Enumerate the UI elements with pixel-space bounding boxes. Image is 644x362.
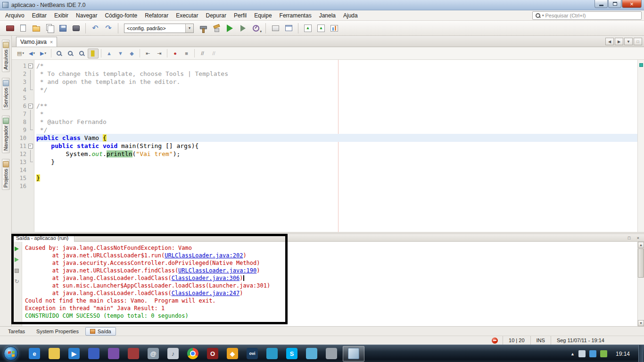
bottom-tab-system-properties[interactable]: System Properties [32,327,83,336]
gutter-row[interactable]: 5 [12,94,34,102]
taskbar-app-blue[interactable] [84,345,104,362]
scroll-up-icon[interactable]: ▲ [638,242,644,248]
next-bookmark-button[interactable]: ▼ [115,49,126,58]
tray-network-icon[interactable] [589,350,596,357]
gutter-row[interactable]: 9 [12,126,34,134]
code-area[interactable]: /* * To change this template, choose Too… [34,60,637,232]
gutter-row[interactable]: 15 [12,174,34,182]
source-history-button[interactable]: ▤▾ [15,49,26,58]
find-previous-button[interactable] [65,49,76,58]
bottom-tab-tarefas[interactable]: Tarefas [3,327,30,336]
start-button[interactable] [4,346,18,361]
rerun-button[interactable] [13,245,21,253]
output-text[interactable]: Caused by: java.lang.ClassNotFoundExcept… [22,242,637,326]
palette-button[interactable] [70,22,82,34]
taskbar-ie[interactable]: e [25,345,44,362]
taskbar-app-purple[interactable] [104,345,124,362]
taskbar-ovi[interactable]: ovi [242,345,262,362]
taskbar-netbeans[interactable] [343,346,364,362]
stacktrace-link[interactable]: URLClassLoader.java:202 [165,252,243,259]
gutter-row[interactable]: 14 [12,166,34,174]
save-all-button[interactable] [57,22,69,34]
gutter-row[interactable]: 1 [12,62,34,70]
close-output-button[interactable]: × [635,235,642,241]
sidebar-tab-servicos[interactable]: Serviços [2,78,10,110]
menu-refatorar[interactable]: Refatorar [141,11,172,20]
profile-project-button[interactable]: ▾ [250,22,262,34]
sidebar-tab-arquivos[interactable]: Arquivos [2,40,10,72]
show-desktop-button[interactable] [638,345,644,362]
stacktrace-link[interactable]: URLClassLoader.java:190 [178,267,256,274]
shift-right-button[interactable]: ⇥ [154,49,165,58]
gutter-row[interactable]: 2 [12,70,34,78]
new-window-button[interactable] [282,22,295,34]
menu-janela[interactable]: Janela [315,11,339,20]
error-stripe[interactable] [637,60,644,232]
menu-depurar[interactable]: Depurar [202,11,230,20]
tray-volume-icon[interactable] [600,350,607,357]
ant-settings-button[interactable]: ↻ [13,278,21,285]
sidebar-tab-projetos[interactable]: Projetos [2,159,10,190]
tab-list-button[interactable]: ▼ [624,38,633,45]
fold-toggle-icon[interactable] [27,102,34,110]
taskbar-messenger[interactable]: @ [143,345,163,362]
menu-arquivo[interactable]: Arquivo [1,11,28,20]
undo-button[interactable]: ↶ [89,22,101,34]
bottom-tab-saida[interactable]: Saída [85,327,116,336]
toggle-highlight-button[interactable]: ▉ [88,49,99,58]
menu-exibir[interactable]: Exibir [50,11,72,20]
scroll-down-icon[interactable]: ▼ [638,320,644,326]
menu-equipe[interactable]: Equipe [250,11,275,20]
editor-gutter[interactable]: 12345678910111213141516 [12,60,34,232]
sidebar-tab-navegador[interactable]: Navegador [2,115,10,153]
error-notification-icon[interactable] [492,337,498,344]
tray-hidden-icons-chevron[interactable]: ▲ [570,352,575,356]
maximize-editor-button[interactable]: □ [634,38,642,45]
create-group-button[interactable] [269,22,281,34]
taskbar-app-orange[interactable]: ◆ [223,345,242,362]
gutter-row[interactable]: 11 [12,142,34,150]
stop-build-button[interactable] [13,267,21,274]
stacktrace-link[interactable]: ClassLoader.java:306 [172,275,240,281]
menu-editar[interactable]: Editar [28,11,50,20]
scroll-tabs-left-button[interactable]: ◀ [605,38,614,45]
taskbar-chrome[interactable] [183,345,203,362]
scroll-tabs-right-button[interactable]: ▶ [615,38,623,45]
taskbar-app-red[interactable] [124,345,143,362]
clean-build-button[interactable] [210,22,223,34]
uncomment-button[interactable]: // [208,49,219,58]
comment-button[interactable]: // [197,49,208,58]
memory-monitor[interactable] [328,22,340,34]
forward-button[interactable]: ▶▾ [38,49,49,58]
scrollbar-thumb[interactable] [638,248,644,278]
open-file-button[interactable] [43,22,56,34]
check-updates-button[interactable] [302,22,314,34]
taskbar-media-player[interactable]: ▶ [64,345,84,362]
gutter-row[interactable]: 10 [12,134,34,142]
new-project-button[interactable] [4,22,16,34]
run-project-button[interactable] [223,22,236,34]
menu-navegar[interactable]: Navegar [72,11,101,20]
gutter-row[interactable]: 12 [12,150,34,158]
taskbar-skype[interactable]: S [282,345,302,362]
shift-left-button[interactable]: ⇤ [142,49,153,58]
gutter-row[interactable]: 3 [12,78,34,86]
menu-ajuda[interactable]: Ajuda [339,11,362,20]
tray-action-center-icon[interactable] [578,350,586,357]
stacktrace-link[interactable]: ClassLoader.java:247 [172,290,240,296]
fold-toggle-icon[interactable] [27,62,34,70]
close-button[interactable]: × [622,0,642,8]
editor-tab-vamo-java[interactable]: Vamo.java × [16,37,57,47]
gutter-row[interactable]: 7 [12,110,34,118]
redo-button[interactable]: ↷ [102,22,115,34]
toggle-bookmark-button[interactable]: ◆ [126,49,137,58]
menu-ferramentas[interactable]: Ferramentas [276,11,315,20]
menu-executar[interactable]: Executar [172,11,202,20]
gutter-row[interactable]: 6 [12,102,34,110]
build-project-button[interactable] [197,22,209,34]
config-select[interactable]: <config. padrão>▾ [124,24,194,33]
taskbar-app-teal[interactable] [262,345,282,362]
taskbar-app-gray[interactable] [322,345,341,362]
search-box[interactable]: ▾ Pesquisar (Ctrl+I) [532,11,642,20]
menu-perfil[interactable]: Perfil [230,11,250,20]
